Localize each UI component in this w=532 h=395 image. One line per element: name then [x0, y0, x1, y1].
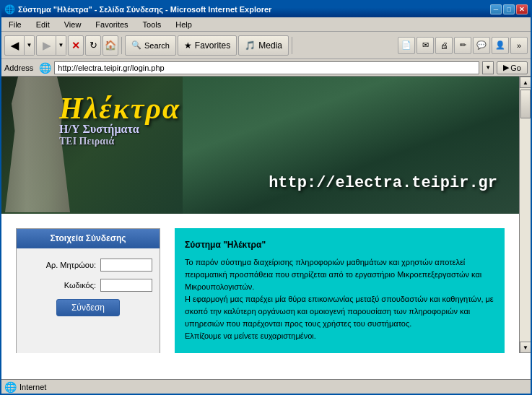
banner-circuit	[183, 77, 519, 214]
address-dropdown[interactable]: ▼	[482, 61, 494, 74]
go-arrow-icon: ▶	[503, 63, 509, 72]
history-button[interactable]: 📄	[398, 37, 415, 54]
address-globe-icon: 🌐	[39, 62, 51, 74]
menu-favorites[interactable]: Favorites	[91, 19, 132, 30]
address-input[interactable]	[54, 61, 479, 74]
login-box: Στοιχεία Σύνδεσης Αρ. Μητρώου: Κωδικός: …	[16, 228, 160, 353]
scroll-thumb[interactable]	[520, 90, 531, 118]
login-header: Στοιχεία Σύνδεσης	[17, 229, 160, 248]
scroll-track[interactable]	[520, 88, 531, 342]
menu-edit[interactable]: Edit	[32, 19, 54, 30]
home-button[interactable]: 🏠	[103, 35, 118, 56]
favorites-button[interactable]: ★ Favorites	[178, 35, 237, 56]
separator-2	[292, 37, 292, 54]
forward-button[interactable]: ▶	[36, 35, 56, 56]
toolbar: ◀ ▼ ▶ ▼ ✕ ↻ 🏠 🔍 Search ★ Favorites	[1, 32, 531, 59]
star-icon: ★	[184, 40, 192, 51]
stop-button[interactable]: ✕	[68, 35, 84, 56]
refresh-button[interactable]: ↻	[85, 35, 101, 56]
search-label: Search	[144, 41, 170, 50]
address-bar: Address 🌐 ▼ ▶ Go	[1, 59, 531, 77]
extra-button[interactable]: »	[510, 37, 528, 54]
mail-button[interactable]: ✉	[417, 37, 434, 54]
field2-input[interactable]	[100, 279, 152, 292]
banner-url: http://electra.teipir.gr	[269, 174, 497, 192]
status-globe-icon: 🌐	[4, 381, 17, 393]
menu-bar: File Edit View Favorites Tools Help	[1, 17, 531, 32]
go-button[interactable]: ▶ Go	[497, 61, 528, 74]
menu-help[interactable]: Help	[171, 19, 196, 30]
forward-button-group: ▶ ▼	[36, 35, 66, 56]
media-label: Media	[258, 40, 282, 51]
info-box: Σύστημα "Ηλέκτρα" Το παρόν σύστημα διαχε…	[175, 228, 505, 353]
ie-window: 🌐 Σύστημα "Ηλέκτρα" - Σελίδα Σύνδεσης - …	[0, 0, 532, 395]
forward-dropdown[interactable]: ▼	[56, 35, 66, 56]
content-wrapper: Ηλέκτρα Η/Υ Συστήματα ΤΕΙ Πειραιά http:/…	[1, 77, 531, 353]
login-btn-row: Σύνδεση	[24, 299, 152, 316]
messenger-button[interactable]: 👤	[492, 37, 509, 54]
edit-button[interactable]: ✏	[454, 37, 471, 54]
page-body: Στοιχεία Σύνδεσης Αρ. Μητρώου: Κωδικός: …	[1, 214, 519, 353]
title-bar-buttons: ─ □ ✕	[490, 4, 528, 14]
scrollbar-vertical: ▲ ▼	[519, 77, 531, 353]
field1-input[interactable]	[100, 259, 152, 272]
media-button[interactable]: 🎵 Media	[238, 35, 289, 56]
field1-row: Αρ. Μητρώου:	[24, 259, 152, 272]
close-button[interactable]: ✕	[516, 4, 528, 14]
scroll-up-button[interactable]: ▲	[520, 77, 531, 88]
favorites-label: Favorites	[195, 40, 230, 51]
scroll-down-button[interactable]: ▼	[520, 342, 531, 353]
login-button[interactable]: Σύνδεση	[56, 299, 120, 316]
go-label: Go	[510, 64, 521, 72]
login-body: Αρ. Μητρώου: Κωδικός: Σύνδεση	[17, 248, 160, 326]
back-button[interactable]: ◀	[4, 35, 25, 56]
title-bar-left: 🌐 Σύστημα "Ηλέκτρα" - Σελίδα Σύνδεσης - …	[4, 4, 271, 14]
separator-1	[121, 37, 122, 54]
banner-subtitle2: ΤΕΙ Πειραιά	[59, 136, 180, 147]
banner: Ηλέκτρα Η/Υ Συστήματα ΤΕΙ Πειραιά http:/…	[1, 77, 519, 214]
status-bar: 🌐 Internet	[1, 379, 531, 394]
title-bar: 🌐 Σύστημα "Ηλέκτρα" - Σελίδα Σύνδεσης - …	[1, 1, 531, 17]
info-title: Σύστημα "Ηλέκτρα"	[185, 238, 494, 252]
minimize-button[interactable]: ─	[490, 4, 502, 14]
status-text: Internet	[19, 383, 46, 391]
print-button[interactable]: 🖨	[435, 37, 453, 54]
webpage: Ηλέκτρα Η/Υ Συστήματα ΤΕΙ Πειραιά http:/…	[1, 77, 519, 353]
window-title: Σύστημα "Ηλέκτρα" - Σελίδα Σύνδεσης - Mi…	[18, 5, 271, 14]
address-label: Address	[4, 64, 36, 72]
menu-view[interactable]: View	[60, 19, 86, 30]
maximize-button[interactable]: □	[503, 4, 515, 14]
media-icon: 🎵	[245, 40, 256, 51]
field2-label: Κωδικός:	[64, 281, 96, 290]
menu-file[interactable]: File	[4, 19, 26, 30]
ie-icon: 🌐	[4, 4, 15, 14]
field1-label: Αρ. Μητρώου:	[46, 261, 96, 269]
toolbar-right: 📄 ✉ 🖨 ✏ 💬 👤 »	[398, 37, 528, 54]
banner-text-group: Ηλέκτρα Η/Υ Συστήματα ΤΕΙ Πειραιά	[59, 91, 180, 147]
back-dropdown[interactable]: ▼	[25, 35, 35, 56]
field2-row: Κωδικός:	[24, 279, 152, 292]
discuss-button[interactable]: 💬	[473, 37, 490, 54]
back-button-group: ◀ ▼	[4, 35, 35, 56]
search-button[interactable]: 🔍 Search	[125, 35, 176, 56]
info-text: Το παρόν σύστημα διαχείρισης πληροφοριών…	[185, 256, 494, 342]
banner-title: Ηλέκτρα	[59, 91, 180, 126]
search-icon: 🔍	[131, 40, 141, 50]
menu-tools[interactable]: Tools	[139, 19, 166, 30]
